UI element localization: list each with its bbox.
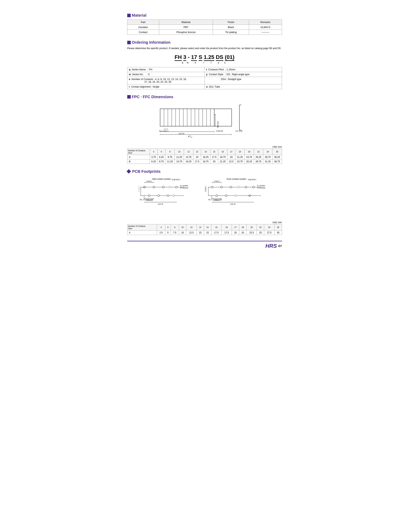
pcb-size-header: Number of Contacts Size [127, 224, 157, 231]
svg-marker-42 [153, 182, 154, 183]
svg-text:B: B [188, 135, 189, 137]
footer-page: D7 [279, 244, 282, 248]
fpc-diagram: 4.5 min. P=1.25±0.1 A±0.15 B 0 [127, 103, 282, 142]
ordering-left-2: w Series No. : 3 [127, 72, 204, 77]
fpc-col-4: 4 [150, 149, 158, 155]
fpc-col-16: 16 [218, 149, 227, 155]
pn-seg-01: (01) [225, 54, 235, 61]
svg-point-46 [153, 186, 155, 188]
svg-text:2.5±0.1: 2.5±0.1 [139, 186, 140, 192]
pn-seg-3: 3 [183, 54, 186, 61]
ordering-title: Ordering Information [132, 40, 171, 45]
material-row: InsulatorPBTBlackUL94V-0 [127, 25, 282, 30]
svg-text:N: number: N: number [257, 185, 265, 187]
svg-point-106 [216, 195, 218, 197]
svg-point-90 [237, 186, 239, 188]
material-row: ContactPhosphor bronzeTin plating——— [127, 30, 282, 35]
material-section: Material Part Material Finish Remarks In… [127, 13, 282, 35]
pn-seg-ds: DS [216, 54, 223, 61]
svg-text:N-φ0.9±0.1: N-φ0.9±0.1 [172, 179, 180, 180]
svg-point-91 [245, 186, 247, 188]
svg-point-62 [148, 195, 150, 197]
ordering-row-1: q Series Name : FH t Contacts Pitch : 1.… [127, 67, 282, 72]
pn-label-y: y [216, 61, 221, 64]
pn-label-u: u [221, 61, 229, 64]
pn-seg-17: 17 [191, 54, 197, 61]
ordering-section: Ordering Information Please determine th… [127, 40, 282, 89]
pn-label-q: q [180, 61, 185, 64]
ordering-right-4: u (01): Tube [204, 84, 282, 89]
svg-marker-120 [253, 202, 253, 203]
pcb-data-table: Number of Contacts Size 4 6 8 10 12 13 1… [127, 224, 282, 235]
fpc-col-10: 10 [175, 149, 184, 155]
svg-marker-119 [212, 202, 212, 203]
svg-point-89 [230, 186, 232, 188]
fpc-col-15: 15 [210, 149, 218, 155]
svg-text:4.5 min.: 4.5 min. [217, 121, 219, 128]
ordering-info-table: q Series Name : FH t Contacts Pitch : 1.… [127, 67, 282, 89]
pn-space4 [214, 54, 216, 60]
pn-space5 [223, 54, 225, 60]
svg-text:No. 1 contact side: No. 1 contact side [208, 199, 222, 201]
svg-marker-77 [176, 202, 176, 203]
svg-text:Even contact number: Even contact number [227, 178, 246, 180]
fpc-data-table: Number of Contacts Size 4 6 8 10 12 13 1… [127, 149, 282, 164]
svg-text:2.5±0.1: 2.5±0.1 [214, 180, 220, 182]
svg-point-65 [173, 195, 174, 197]
svg-point-88 [221, 186, 222, 188]
pcb-diagram: Odd contact number 2.5±0.1 N-φ0.9±0.1 N:… [127, 177, 282, 218]
odd-label: Odd contact number [152, 178, 171, 180]
svg-marker-41 [144, 182, 145, 183]
fpc-col-17: 17 [227, 149, 235, 155]
fpc-section: FPC · FFC Dimensions 4.5 min. [127, 95, 282, 164]
svg-text:N: number: N: number [180, 185, 188, 187]
pn-label-e: e [190, 61, 201, 64]
fpc-col-12: 12 [184, 149, 193, 155]
col-remarks: Remarks [249, 20, 282, 25]
fpc-col-22: 22 [254, 149, 263, 155]
fpc-col-18: 18 [235, 149, 244, 155]
svg-text:of contacts: of contacts [257, 187, 265, 189]
diamond-icon [126, 169, 131, 174]
pcb-data-row: A2.557.51012.5151517.517.5202022.52527.5… [127, 231, 282, 235]
svg-point-47 [162, 186, 164, 188]
svg-text:of contacts: of contacts [180, 187, 188, 189]
col-part: Part [127, 20, 159, 25]
svg-marker-25 [164, 129, 164, 129]
fpc-size-header: Number of Contacts Size [127, 149, 150, 155]
svg-point-107 [225, 195, 227, 197]
svg-text:A±0.15: A±0.15 [158, 203, 163, 205]
square-icon-3 [127, 95, 131, 99]
svg-point-48 [169, 186, 171, 188]
fpc-col-14: 14 [201, 149, 210, 155]
svg-text:0.8±0.05: 0.8±0.05 [216, 130, 223, 132]
pn-label-table: q w e r t y u [180, 61, 229, 64]
svg-text:N-φ0.9±0.1: N-φ0.9±0.1 [248, 179, 256, 180]
pcb-header: PCB Footprints [127, 169, 282, 174]
svg-marker-85 [221, 182, 222, 183]
material-table: Part Material Finish Remarks InsulatorPB… [127, 19, 282, 35]
svg-text:No. 1 contact side: No. 1 contact side [140, 199, 153, 201]
svg-marker-76 [144, 202, 145, 203]
svg-marker-73 [153, 198, 154, 199]
svg-point-64 [167, 195, 169, 197]
fpc-data-row: B6.258.7511.2513.7516.2517.518.752021.25… [127, 159, 282, 164]
svg-text:A±0.15: A±0.15 [230, 203, 235, 205]
svg-marker-26 [167, 129, 168, 129]
pn-seg-s: S [199, 54, 202, 61]
pcb-unit: Unit: mm [127, 221, 282, 224]
svg-marker-33 [160, 134, 160, 135]
fpc-unit: Unit: mm [127, 145, 282, 148]
footer: HRS D7 [127, 241, 282, 249]
fpc-col-8: 8 [165, 149, 175, 155]
svg-point-108 [235, 195, 236, 197]
ordering-left-3: e Number of Contacts : 4, 6, 8, 10, 12, … [127, 77, 204, 84]
square-icon [127, 14, 131, 17]
pn-label-w: w [185, 61, 189, 64]
ordering-right-1: t Contacts Pitch : 1.25mm [204, 67, 282, 72]
material-header: Material [127, 13, 282, 18]
svg-text:A±0.15: A±0.15 [178, 132, 184, 135]
fpc-col-30: 30 [272, 149, 282, 155]
pn-space1 [182, 54, 183, 60]
fpc-title: FPC · FFC Dimensions [132, 95, 173, 99]
